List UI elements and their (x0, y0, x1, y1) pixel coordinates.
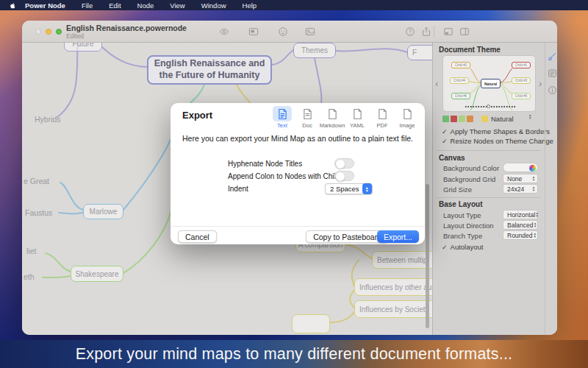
share-icon[interactable] (421, 26, 431, 37)
menu-item-window[interactable]: Window (201, 1, 226, 10)
title-bar: English Renaissance.powernode Edited (22, 21, 557, 43)
checkbox-autolayout[interactable]: ✓Autolayout (442, 243, 483, 251)
dialog-title: Export (182, 110, 212, 121)
theme-preview[interactable]: Child #2 Child #1 Child #4 Child #3 Chil… (442, 55, 536, 112)
export-button[interactable]: Export... (377, 230, 419, 243)
mindmap-label-faustus[interactable]: Faustus (25, 208, 52, 217)
marketing-banner: Export your mind maps to many different … (0, 340, 588, 368)
format-tab-pdf[interactable]: PDF (370, 106, 395, 129)
background-color-well[interactable] (503, 163, 538, 172)
theme-select-stepper-icon[interactable]: ▲▼ (528, 114, 531, 120)
doc-icon (403, 108, 412, 120)
mindmap-node-themes[interactable]: Themes (293, 43, 336, 58)
sidebar-divider (437, 197, 540, 198)
paintbrush-tab-icon[interactable] (548, 52, 557, 61)
stepper-icon: ▲▼ (533, 222, 537, 228)
swatch-yellow (481, 116, 488, 122)
mindmap-node-influences-authors[interactable]: Influences by other auth (354, 278, 432, 296)
menu-app-name[interactable]: Power Node (25, 1, 65, 10)
option-append-colon-label: Append Colon to Nodes with Children (228, 172, 351, 180)
checkbox-resize-nodes[interactable]: ✓Resize Nodes on Theme Change (442, 137, 553, 145)
append-colon-toggle[interactable] (334, 171, 354, 181)
theme-preview-child-3: Child #3 (512, 77, 531, 84)
mindmap-node-partial-bottom[interactable] (292, 314, 330, 333)
theme-select-value[interactable]: Natural (491, 115, 514, 123)
panel-sidebar-icon[interactable] (459, 26, 470, 37)
theme-preview-child-2: Child #2 (451, 62, 470, 68)
theme-next-chevron-icon[interactable]: › (539, 78, 542, 89)
swatch-red (451, 116, 457, 122)
stepper-icon: ▲▼ (362, 183, 372, 194)
help-icon[interactable] (405, 26, 415, 37)
format-tab-text[interactable]: Text (270, 106, 295, 129)
format-tab-markdown[interactable]: Markdown (320, 106, 345, 129)
format-tab-yaml[interactable]: YAML (345, 106, 370, 129)
checkbox-apply-theme[interactable]: ✓Apply Theme Shapes & Borders (442, 127, 550, 135)
close-button[interactable] (35, 29, 41, 35)
theme-preview-child-6: Child #6 (451, 93, 470, 99)
info-tab-icon[interactable] (548, 85, 557, 95)
menu-item-file[interactable]: File (82, 1, 93, 10)
preview-eye-icon[interactable] (219, 26, 229, 37)
background-grid-select[interactable]: None▲▼ (503, 174, 538, 183)
theme-prev-chevron-icon[interactable]: ‹ (435, 78, 438, 89)
grid-size-label: Grid Size (443, 185, 472, 194)
menu-item-help[interactable]: Help (243, 1, 257, 10)
checkmark-icon: ✓ (442, 244, 448, 251)
option-indent-label: Indent (228, 185, 248, 193)
stepper-icon: ▲▼ (535, 212, 538, 218)
panel-bottom-icon[interactable] (443, 26, 453, 37)
sticker-smiley-icon[interactable] (278, 26, 288, 37)
mindmap-label-the-great[interactable]: e Great (24, 177, 49, 185)
layout-type-label: Layout Type (443, 211, 481, 219)
grid-size-select[interactable]: 24x24▲▼ (503, 184, 538, 194)
node-frame-icon[interactable] (248, 26, 259, 37)
zoom-button[interactable] (56, 29, 62, 35)
cancel-button[interactable]: Cancel (178, 230, 217, 243)
apple-menu-icon[interactable] (10, 2, 16, 9)
format-tab-doc[interactable]: Doc (295, 106, 320, 129)
menu-item-node[interactable]: Node (137, 1, 154, 10)
mindmap-node-between[interactable]: Between multipl (372, 251, 432, 269)
hyphenate-toggle[interactable] (334, 158, 354, 169)
mindmap-node-future[interactable]: Future (64, 43, 102, 52)
export-dialog: Export Text Doc Markdown YAML PDF (171, 103, 425, 244)
theme-preview-child-4: Child #4 (450, 77, 469, 84)
style-panel-tab-icon[interactable] (548, 68, 557, 78)
mindmap-node-influences-society[interactable]: Influences by Society (354, 300, 432, 318)
mindmap-label-macbeth[interactable]: eth (24, 272, 35, 281)
menu-item-view[interactable]: View (170, 1, 184, 10)
menu-bar: Power Node File Edit Node View Window He… (0, 0, 588, 10)
mindmap-label-hybrids[interactable]: Hybrids (35, 115, 61, 124)
indent-select[interactable]: 2 Spaces ▲▼ (325, 183, 373, 194)
layout-direction-select[interactable]: Balanced▲▼ (503, 220, 538, 230)
background-grid-label: Background Grid (443, 175, 495, 183)
mindmap-central-node[interactable]: English Renaissance and the Future of Hu… (147, 55, 272, 85)
format-tab-image[interactable]: Image (395, 106, 420, 129)
stepper-icon: ▲▼ (530, 186, 537, 192)
doc-icon (328, 108, 337, 120)
dialog-footer-divider (171, 226, 425, 227)
canvas-vertical-scrollbar[interactable] (426, 184, 429, 328)
layout-type-select[interactable]: Horizontal▲▼ (503, 210, 538, 219)
swatch-lightgreen (459, 116, 465, 122)
theme-preview-child-1: Child #1 (512, 62, 531, 68)
app-window: English Renaissance.powernode Edited (22, 21, 557, 335)
mindmap-node-shakespeare[interactable]: Shakespeare (71, 266, 123, 282)
mindmap-node-partial-right[interactable]: F (407, 45, 432, 60)
menu-item-edit[interactable]: Edit (109, 1, 121, 10)
branch-type-select[interactable]: Rounded▲▼ (503, 230, 538, 240)
theme-preview-slider[interactable] (465, 105, 516, 108)
canvas-section-header: Canvas (439, 154, 465, 162)
theme-color-swatches (442, 116, 475, 124)
swatch-orange (467, 116, 473, 122)
image-icon[interactable] (305, 26, 315, 37)
format-tabs: Text Doc Markdown YAML PDF Image (270, 106, 420, 129)
doc-icon (378, 108, 387, 120)
window-title: English Renaissance.powernode (66, 24, 187, 32)
dialog-description: Here you can export your Mind Map as an … (182, 134, 413, 143)
minimize-button[interactable] (46, 29, 51, 35)
mindmap-label-juliet[interactable]: liet (26, 247, 36, 255)
stepper-icon: ▲▼ (533, 233, 537, 238)
mindmap-node-marlowe[interactable]: Marlowe (83, 204, 123, 219)
